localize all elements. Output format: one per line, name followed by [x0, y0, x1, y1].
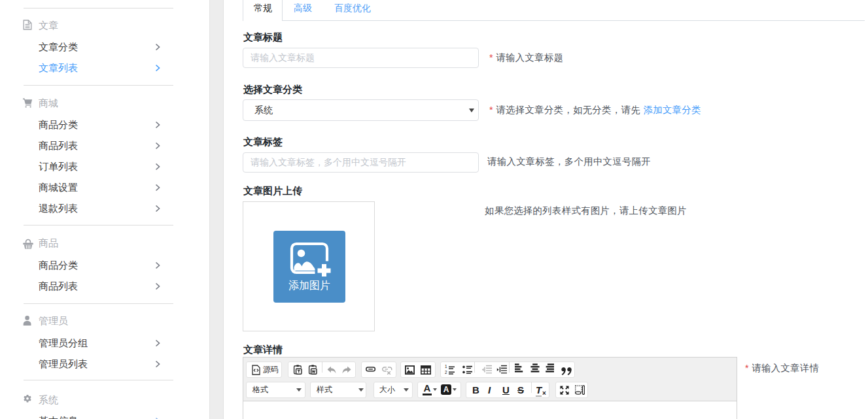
svg-text:2: 2	[445, 370, 447, 375]
svg-text:1: 1	[445, 365, 447, 369]
